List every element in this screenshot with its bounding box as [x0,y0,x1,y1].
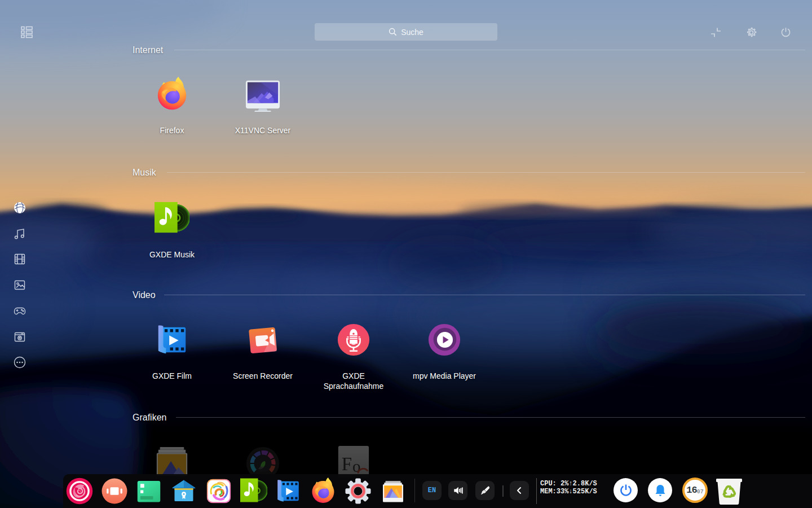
svg-text:o: o [352,457,361,475]
svg-text:F: F [342,454,352,474]
